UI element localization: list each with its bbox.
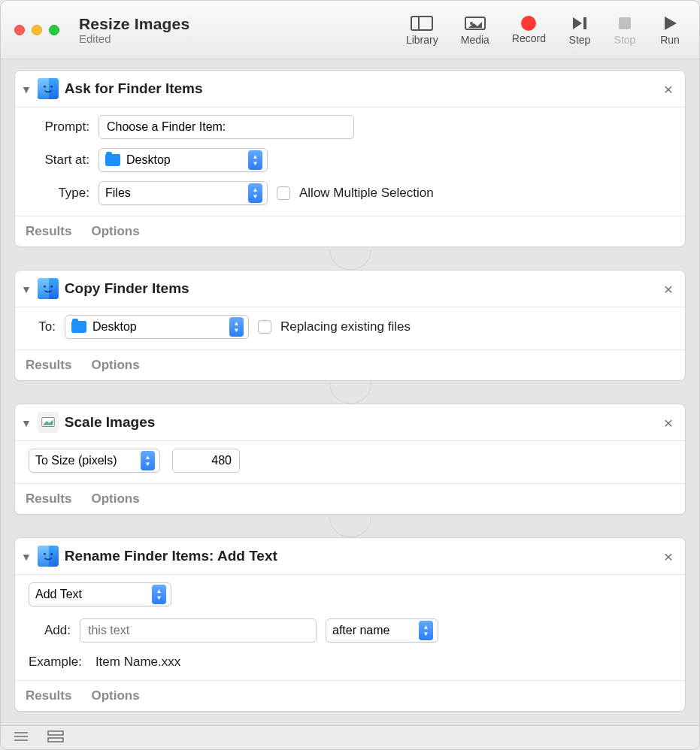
options-button[interactable]: Options	[91, 224, 139, 239]
svg-point-8	[44, 286, 46, 288]
stop-icon	[614, 14, 636, 32]
svg-rect-17	[48, 731, 63, 735]
media-button[interactable]: Media	[461, 14, 489, 46]
document-title: Resize Images	[79, 15, 189, 33]
action-scale-images: ▼ Scale Images × To Size (pixels) Result…	[14, 404, 686, 515]
title-block: Resize Images Edited	[79, 15, 189, 45]
add-label: Add:	[26, 623, 71, 638]
add-text-input[interactable]	[80, 618, 317, 643]
type-select[interactable]: Files	[98, 181, 268, 205]
log-view-button[interactable]	[13, 730, 29, 745]
dropdown-arrows-icon	[152, 585, 166, 604]
library-label: Library	[406, 34, 438, 46]
automator-window: Resize Images Edited Library Media Recor…	[0, 0, 700, 750]
workflow-view-button[interactable]	[47, 730, 64, 745]
svg-point-11	[44, 553, 46, 555]
action-footer: Results Options	[15, 349, 685, 380]
step-icon	[568, 14, 591, 32]
disclosure-triangle-icon[interactable]: ▼	[21, 283, 32, 295]
folder-icon	[71, 321, 86, 333]
type-value: Files	[105, 186, 241, 200]
results-button[interactable]: Results	[26, 224, 71, 239]
stop-button: Stop	[614, 14, 636, 46]
remove-action-button[interactable]: ×	[661, 549, 676, 564]
position-value: after name	[332, 624, 411, 637]
run-button[interactable]: Run	[659, 14, 681, 46]
to-label: To:	[26, 319, 56, 334]
example-label: Example:	[29, 655, 82, 670]
size-input[interactable]	[172, 449, 240, 473]
disclosure-triangle-icon[interactable]: ▼	[21, 83, 32, 95]
rename-op-value: Add Text	[35, 588, 144, 601]
action-title: Rename Finder Items: Add Text	[65, 548, 277, 564]
dropdown-arrows-icon	[248, 150, 262, 170]
replace-checkbox[interactable]	[258, 320, 271, 334]
dropdown-arrows-icon	[229, 317, 244, 337]
preview-icon	[38, 412, 59, 433]
library-button[interactable]: Library	[406, 14, 438, 46]
example-value: Item Name.xxx	[95, 655, 180, 670]
disclosure-triangle-icon[interactable]: ▼	[21, 551, 32, 563]
svg-point-12	[50, 553, 53, 555]
remove-action-button[interactable]: ×	[661, 281, 676, 297]
document-status: Edited	[79, 32, 189, 45]
scale-mode-value: To Size (pixels)	[35, 454, 133, 467]
action-connector	[14, 384, 686, 404]
finder-icon	[38, 78, 59, 99]
record-label: Record	[512, 32, 546, 44]
action-footer: Results Options	[15, 483, 685, 514]
finder-icon	[38, 546, 59, 567]
minimize-window-button[interactable]	[32, 25, 42, 35]
svg-rect-4	[583, 17, 586, 29]
step-label: Step	[569, 34, 591, 46]
remove-action-button[interactable]: ×	[661, 81, 676, 97]
action-header[interactable]: ▼ Ask for Finder Items ×	[15, 71, 685, 107]
action-title: Copy Finder Items	[65, 280, 189, 297]
media-label: Media	[461, 34, 489, 46]
options-button[interactable]: Options	[91, 688, 139, 703]
start-at-select[interactable]: Desktop	[98, 148, 268, 172]
to-select[interactable]: Desktop	[65, 315, 249, 339]
action-connector	[14, 250, 686, 270]
prompt-input[interactable]	[98, 115, 354, 139]
options-button[interactable]: Options	[91, 358, 139, 373]
action-rename-finder-items: ▼ Rename Finder Items: Add Text × Add Te…	[14, 537, 686, 712]
toolbar: Library Media Record Step Stop Run	[406, 14, 686, 46]
run-label: Run	[660, 34, 680, 46]
position-select[interactable]: after name	[326, 618, 438, 643]
rename-op-select[interactable]: Add Text	[29, 582, 171, 606]
options-button[interactable]: Options	[91, 491, 139, 507]
prompt-label: Prompt:	[26, 119, 89, 135]
action-footer: Results Options	[15, 216, 685, 246]
start-at-label: Start at:	[26, 153, 89, 168]
action-header[interactable]: ▼ Scale Images ×	[15, 404, 685, 441]
results-button[interactable]: Results	[26, 491, 71, 507]
svg-point-9	[50, 286, 53, 288]
scale-mode-select[interactable]: To Size (pixels)	[29, 449, 160, 473]
library-icon	[411, 14, 433, 32]
action-ask-for-finder-items: ▼ Ask for Finder Items × Prompt: Start a…	[14, 70, 686, 247]
action-header[interactable]: ▼ Copy Finder Items ×	[15, 271, 685, 307]
replace-label: Replacing existing files	[280, 319, 411, 334]
workflow-area[interactable]: ▼ Ask for Finder Items × Prompt: Start a…	[1, 59, 699, 725]
svg-rect-0	[411, 17, 432, 30]
action-header[interactable]: ▼ Rename Finder Items: Add Text ×	[15, 538, 685, 575]
allow-multiple-label: Allow Multiple Selection	[299, 186, 434, 201]
svg-rect-18	[48, 738, 63, 742]
run-icon	[659, 14, 681, 32]
action-footer: Results Options	[15, 680, 685, 711]
step-button[interactable]: Step	[568, 14, 591, 46]
remove-action-button[interactable]: ×	[661, 415, 676, 431]
disclosure-triangle-icon[interactable]: ▼	[21, 417, 32, 429]
start-at-value: Desktop	[126, 153, 241, 167]
record-icon	[521, 16, 536, 31]
zoom-window-button[interactable]	[49, 25, 59, 35]
results-button[interactable]: Results	[26, 688, 71, 703]
action-title: Ask for Finder Items	[65, 80, 203, 97]
stop-label: Stop	[614, 34, 636, 46]
results-button[interactable]: Results	[26, 358, 71, 373]
close-window-button[interactable]	[14, 25, 25, 35]
allow-multiple-checkbox[interactable]	[277, 186, 290, 200]
media-icon	[464, 14, 486, 32]
record-button[interactable]: Record	[512, 16, 546, 44]
